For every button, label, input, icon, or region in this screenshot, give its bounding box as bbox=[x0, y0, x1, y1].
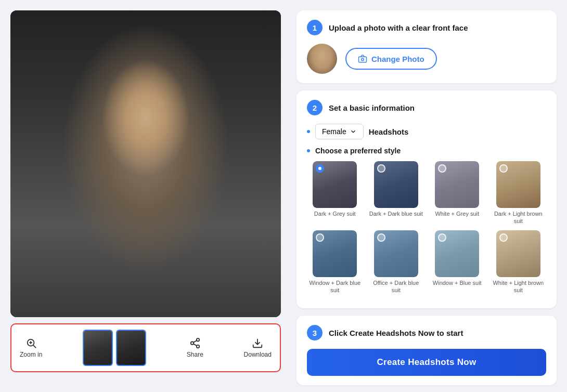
step3-card: 3 Click Create Headshots Now to start Cr… bbox=[297, 316, 557, 385]
style-item-window-blue[interactable]: Window + Blue suit bbox=[429, 230, 485, 294]
step1-header: 1 Upload a photo with a clear front face bbox=[307, 20, 546, 35]
style-item-dark-grey[interactable]: Dark + Grey suit bbox=[307, 161, 363, 225]
choose-style-label: Choose a preferred style bbox=[315, 147, 401, 155]
zoom-in-button[interactable]: Zoom in bbox=[20, 337, 42, 358]
right-panel: 1 Upload a photo with a clear front face… bbox=[291, 0, 567, 392]
step3-number: 3 bbox=[307, 325, 323, 341]
style-radio-dark-ltbrown bbox=[499, 164, 508, 173]
chevron-down-icon bbox=[350, 128, 357, 135]
thumbnail-group bbox=[83, 330, 146, 366]
style-radio-office-dkblue bbox=[377, 233, 385, 242]
svg-rect-10 bbox=[359, 57, 367, 62]
style-grid-row2: Window + Dark blue suit Office + Dark bl… bbox=[307, 230, 546, 294]
download-button[interactable]: Download bbox=[244, 337, 272, 358]
step1-title: Upload a photo with a clear front face bbox=[329, 23, 468, 32]
step2-number: 2 bbox=[307, 100, 323, 115]
style-caption-window-dkblue: Window + Dark blue suit bbox=[307, 279, 363, 294]
style-radio-white-ltbrown bbox=[499, 233, 508, 242]
style-grid-row1: Dark + Grey suit Dark + Dark blue suit W… bbox=[307, 161, 546, 225]
step2-title: Set a basic information bbox=[329, 103, 415, 112]
gender-row: Female Headshots bbox=[307, 124, 546, 139]
style-caption-dark-ltbrown: Dark + Light brown suit bbox=[491, 210, 547, 225]
style-item-office-dkblue[interactable]: Office + Dark blue suit bbox=[368, 230, 424, 294]
svg-point-4 bbox=[197, 338, 200, 342]
style-item-dark-ltbrown[interactable]: Dark + Light brown suit bbox=[491, 161, 547, 225]
step2-card: 2 Set a basic information Female Headsho… bbox=[297, 90, 557, 308]
main-image bbox=[10, 10, 281, 317]
thumbnail-2[interactable] bbox=[116, 330, 146, 366]
style-item-white-ltbrown[interactable]: White + Light brown suit bbox=[491, 230, 547, 294]
camera-icon bbox=[358, 54, 367, 63]
step3-header: 3 Click Create Headshots Now to start bbox=[307, 325, 546, 341]
bullet-dot-2 bbox=[307, 149, 310, 152]
svg-point-5 bbox=[191, 342, 194, 345]
step3-title: Click Create Headshots Now to start bbox=[329, 329, 463, 337]
style-item-window-dkblue[interactable]: Window + Dark blue suit bbox=[307, 230, 363, 294]
svg-line-8 bbox=[194, 341, 197, 343]
style-radio-window-dkblue bbox=[316, 233, 324, 242]
style-item-dark-darkblue[interactable]: Dark + Dark blue suit bbox=[368, 161, 424, 225]
svg-line-7 bbox=[194, 344, 197, 346]
thumbnail-1[interactable] bbox=[83, 330, 113, 366]
svg-point-11 bbox=[362, 58, 364, 61]
style-caption-office-dkblue: Office + Dark blue suit bbox=[368, 279, 424, 294]
step1-number: 1 bbox=[307, 20, 323, 35]
avatar bbox=[307, 44, 337, 74]
thumbnail-bar: Zoom in Share bbox=[10, 323, 281, 372]
left-panel: Zoom in Share bbox=[0, 0, 291, 392]
style-caption-dark-grey: Dark + Grey suit bbox=[314, 210, 356, 217]
style-caption-window-blue: Window + Blue suit bbox=[433, 279, 482, 286]
create-headshots-button[interactable]: Create Headshots Now bbox=[307, 349, 546, 376]
step2-header: 2 Set a basic information bbox=[307, 100, 546, 115]
step1-body: Change Photo bbox=[307, 44, 546, 74]
step1-card: 1 Upload a photo with a clear front face… bbox=[297, 10, 557, 83]
change-photo-button[interactable]: Change Photo bbox=[345, 48, 437, 70]
bullet-dot bbox=[307, 130, 310, 133]
style-radio-dark-blue bbox=[377, 164, 385, 173]
gender-select[interactable]: Female bbox=[315, 124, 364, 139]
style-caption-white-grey: White + Grey suit bbox=[435, 210, 479, 217]
choose-style-row: Choose a preferred style bbox=[307, 147, 546, 155]
svg-line-1 bbox=[33, 345, 36, 348]
svg-point-6 bbox=[197, 345, 200, 348]
style-caption-white-ltbrown: White + Light brown suit bbox=[491, 279, 547, 294]
style-item-white-grey[interactable]: White + Grey suit bbox=[429, 161, 485, 225]
type-label: Headshots bbox=[369, 127, 409, 136]
style-caption-dark-blue: Dark + Dark blue suit bbox=[369, 210, 423, 217]
style-radio-window-blue bbox=[438, 233, 446, 242]
share-button[interactable]: Share bbox=[187, 337, 203, 358]
